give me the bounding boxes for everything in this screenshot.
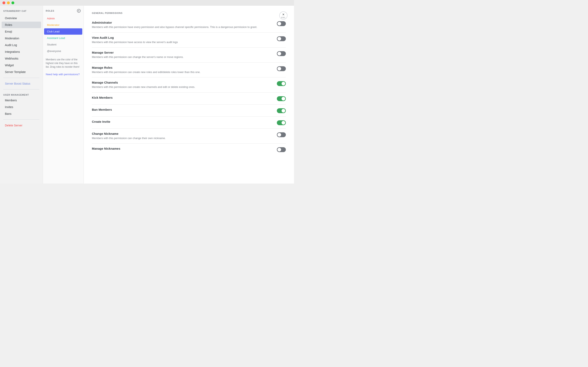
permission-toggle[interactable] (277, 66, 286, 71)
permission-name: Manage Channels (92, 81, 273, 84)
sidebar-item-server-template[interactable]: Server Template (2, 69, 41, 75)
permission-info: Manage RolesMembers with this permission… (92, 66, 277, 74)
sidebar-item-widget[interactable]: Widget (2, 62, 41, 68)
sidebar-item-invites[interactable]: Invites (2, 104, 41, 110)
permission-name: View Audit Log (92, 36, 273, 39)
permission-desc: Members with this permission can change … (92, 136, 273, 140)
server-name: STRAWBERRY CAT (0, 10, 43, 15)
sidebar-item-moderation[interactable]: Moderation (2, 35, 41, 42)
close-button[interactable] (2, 1, 5, 4)
permission-row: Manage ChannelsMembers with this permiss… (92, 77, 286, 92)
permission-name: Kick Members (92, 96, 273, 99)
permission-name: Create Invite (92, 120, 273, 123)
permission-name: Manage Server (92, 51, 273, 54)
permissions-panel: GENERAL PERMISSIONS × ESC AdministratorM… (84, 6, 294, 184)
permission-toggle[interactable] (277, 96, 286, 101)
app-body: STRAWBERRY CAT Overview Roles Emoji Mode… (0, 6, 294, 184)
role-item-admin[interactable]: Admin (44, 15, 82, 22)
permission-row: Change NicknameMembers with this permiss… (92, 129, 286, 144)
permission-toggle[interactable] (277, 132, 286, 137)
esc-button[interactable]: × ESC (279, 11, 287, 20)
role-item-moderator[interactable]: Moderator (44, 22, 82, 28)
permissions-list: AdministratorMembers with this permissio… (92, 17, 286, 155)
permission-desc: Members with this permission can create … (92, 70, 273, 74)
need-help-link[interactable]: Need help with permissions? (43, 72, 84, 77)
permission-row: View Audit LogMembers with this permissi… (92, 33, 286, 48)
sidebar-item-integrations[interactable]: Integrations (2, 49, 41, 55)
permission-row: Manage Nicknames (92, 143, 286, 155)
permission-info: Manage ChannelsMembers with this permiss… (92, 81, 277, 89)
add-role-button[interactable]: + (77, 9, 81, 13)
permission-toggle[interactable] (277, 108, 286, 113)
permission-row: Kick Members (92, 92, 286, 105)
permission-info: Ban Members (92, 108, 277, 112)
permission-row: Manage ServerMembers with this permissio… (92, 48, 286, 63)
permission-toggle[interactable] (277, 81, 286, 86)
permission-toggle[interactable] (277, 51, 286, 56)
roles-panel: ROLES + Admin Moderator Club Lead Assist… (43, 6, 84, 184)
permission-toggle[interactable] (277, 36, 286, 41)
title-bar (0, 0, 294, 6)
permission-info: Manage ServerMembers with this permissio… (92, 51, 277, 59)
sidebar: STRAWBERRY CAT Overview Roles Emoji Mode… (0, 6, 43, 184)
permission-toggle[interactable] (277, 21, 286, 26)
permission-row: AdministratorMembers with this permissio… (92, 17, 286, 33)
general-permissions-label: GENERAL PERMISSIONS (92, 12, 286, 14)
sidebar-item-roles[interactable]: Roles (2, 22, 41, 28)
sidebar-item-boost[interactable]: Server Boost Status (2, 80, 41, 87)
role-item-everyone[interactable]: @everyone (44, 48, 82, 54)
permission-info: View Audit LogMembers with this permissi… (92, 36, 277, 44)
permission-info: Manage Nicknames (92, 147, 277, 151)
permission-row: Ban Members (92, 105, 286, 117)
permission-row: Create Invite (92, 117, 286, 129)
sidebar-item-audit-log[interactable]: Audit Log (2, 42, 41, 48)
maximize-button[interactable] (11, 1, 14, 4)
sidebar-divider-1 (3, 78, 39, 78)
roles-hint: Members use the color of the highest rol… (43, 54, 84, 72)
user-management-label: USER MANAGEMENT (0, 92, 43, 97)
role-item-assistant-lead[interactable]: Assistant Lead (44, 35, 82, 41)
permission-name: Manage Nicknames (92, 147, 273, 150)
sidebar-divider-2 (3, 89, 39, 90)
role-item-club-lead[interactable]: Club Lead (44, 28, 82, 35)
permission-name: Manage Roles (92, 66, 273, 69)
esc-label: ESC (281, 17, 285, 18)
permission-info: Kick Members (92, 96, 277, 100)
permission-name: Administrator (92, 21, 273, 24)
sidebar-divider-3 (3, 119, 39, 120)
sidebar-item-emoji[interactable]: Emoji (2, 28, 41, 35)
roles-header: ROLES + (43, 9, 84, 15)
permission-name: Change Nickname (92, 132, 273, 135)
permission-name: Ban Members (92, 108, 273, 111)
permission-desc: Members with this permission can create … (92, 85, 273, 89)
minimize-button[interactable] (7, 1, 10, 4)
roles-label: ROLES (46, 9, 54, 12)
sidebar-item-bans[interactable]: Bans (2, 110, 41, 117)
permission-row: Manage RolesMembers with this permission… (92, 63, 286, 78)
permission-desc: Members with this permission have access… (92, 40, 273, 44)
sidebar-item-webhooks[interactable]: Webhooks (2, 55, 41, 62)
permission-toggle[interactable] (277, 147, 286, 152)
permission-toggle[interactable] (277, 120, 286, 125)
permission-desc: Members with this permission can change … (92, 55, 273, 59)
permission-info: Change NicknameMembers with this permiss… (92, 132, 277, 140)
permission-info: Create Invite (92, 120, 277, 124)
sidebar-item-members[interactable]: Members (2, 97, 41, 104)
permission-info: AdministratorMembers with this permissio… (92, 21, 277, 29)
sidebar-item-delete-server[interactable]: Delete Server (2, 122, 41, 129)
close-icon: × (282, 13, 285, 16)
permission-desc: Members with this permission have every … (92, 25, 273, 29)
sidebar-item-overview[interactable]: Overview (2, 15, 41, 21)
role-item-student[interactable]: Student (44, 42, 82, 48)
